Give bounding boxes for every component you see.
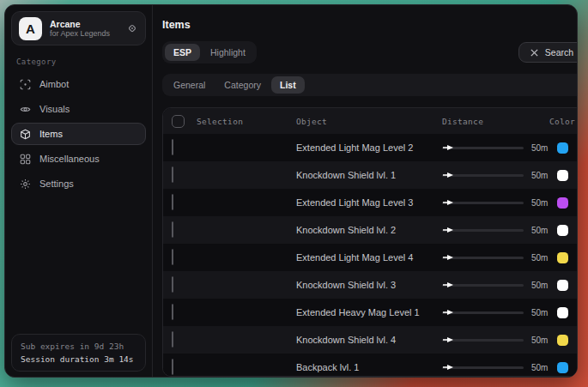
slider-thumb-icon[interactable] bbox=[442, 309, 454, 316]
table-row: Backpack lvl. 1 50m bbox=[163, 354, 578, 377]
sidebar-item-label: Settings bbox=[39, 178, 74, 189]
toolbar: ESPHighlight Search bbox=[162, 41, 578, 63]
slider-thumb-icon[interactable] bbox=[442, 227, 454, 233]
distance-value: 50m bbox=[531, 281, 548, 290]
distance-value: 50m bbox=[531, 308, 548, 317]
close-icon bbox=[530, 48, 539, 57]
column-header-color: Color bbox=[549, 117, 575, 126]
distance-value: 50m bbox=[531, 363, 548, 372]
sidebar-item-settings[interactable]: Settings bbox=[11, 172, 146, 195]
column-header-distance: Distance bbox=[442, 117, 549, 126]
color-swatch[interactable] bbox=[557, 170, 568, 181]
column-header-object: Object bbox=[296, 117, 442, 126]
object-name: Backpack lvl. 1 bbox=[296, 362, 442, 372]
session-duration-text: Session duration 3m 14s bbox=[21, 353, 136, 366]
table-header-row: Selection Object Distance Color bbox=[163, 108, 578, 134]
object-name: Extended Heavy Mag Level 1 bbox=[296, 307, 442, 317]
object-name: Extended Light Mag Level 2 bbox=[296, 142, 442, 153]
slider-thumb-icon[interactable] bbox=[442, 254, 454, 261]
distance-slider[interactable] bbox=[442, 364, 524, 371]
table-row: Extended Light Mag Level 2 50m bbox=[163, 134, 578, 161]
slider-thumb-icon[interactable] bbox=[442, 364, 454, 371]
sidebar-item-items[interactable]: Items bbox=[11, 123, 146, 145]
table-row: Knockdown Shield lvl. 3 50m bbox=[163, 271, 578, 299]
tab-category[interactable]: Category bbox=[215, 76, 270, 94]
color-swatch[interactable] bbox=[557, 307, 568, 318]
mode-tab-group: ESPHighlight bbox=[162, 41, 257, 63]
row-checkbox[interactable] bbox=[172, 194, 173, 210]
table-body: Extended Light Mag Level 2 50m Knockdown… bbox=[163, 134, 578, 377]
distance-value: 50m bbox=[531, 171, 548, 180]
color-swatch[interactable] bbox=[557, 362, 568, 373]
sidebar-nav: Aimbot Visuals Items Miscellaneous Setti… bbox=[11, 73, 146, 195]
slider-thumb-icon[interactable] bbox=[442, 199, 454, 206]
color-swatch[interactable] bbox=[557, 197, 568, 209]
pin-icon[interactable] bbox=[126, 22, 138, 34]
row-checkbox[interactable] bbox=[172, 331, 173, 348]
sidebar-item-miscellaneous[interactable]: Miscellaneous bbox=[11, 148, 146, 170]
object-name: Knockdown Shield lvl. 3 bbox=[296, 280, 442, 290]
row-checkbox[interactable] bbox=[172, 359, 173, 375]
color-swatch[interactable] bbox=[557, 252, 568, 263]
sidebar-item-label: Aimbot bbox=[39, 79, 69, 89]
sidebar-item-label: Items bbox=[39, 129, 63, 139]
color-swatch[interactable] bbox=[557, 335, 568, 346]
box-icon bbox=[20, 129, 31, 140]
distance-value: 50m bbox=[531, 253, 548, 263]
table-row: Knockdown Shield lvl. 4 50m bbox=[163, 326, 578, 354]
session-status-card: Sub expires in 9d 23h Session duration 3… bbox=[11, 334, 146, 372]
sidebar-item-label: Visuals bbox=[39, 104, 70, 114]
row-checkbox[interactable] bbox=[172, 139, 173, 155]
row-checkbox[interactable] bbox=[172, 276, 173, 293]
color-swatch[interactable] bbox=[557, 280, 568, 291]
tab-esp[interactable]: ESP bbox=[165, 44, 200, 61]
object-name: Extended Light Mag Level 3 bbox=[296, 197, 442, 208]
view-tab-group: GeneralCategoryList bbox=[162, 74, 578, 96]
crosshair-icon bbox=[20, 79, 31, 90]
tab-list[interactable]: List bbox=[271, 76, 305, 94]
row-checkbox[interactable] bbox=[172, 221, 173, 238]
color-swatch[interactable] bbox=[557, 225, 568, 236]
row-checkbox[interactable] bbox=[172, 166, 173, 183]
distance-slider[interactable] bbox=[442, 172, 524, 178]
tab-highlight[interactable]: Highlight bbox=[202, 44, 254, 61]
app-subtitle: for Apex Legends bbox=[50, 29, 118, 38]
slider-thumb-icon[interactable] bbox=[442, 144, 454, 151]
table-row: Knockdown Shield lvl. 1 50m bbox=[163, 161, 578, 189]
sub-expires-text: Sub expires in 9d 23h bbox=[21, 340, 136, 353]
search-button[interactable]: Search bbox=[518, 42, 578, 63]
sidebar-item-visuals[interactable]: Visuals bbox=[11, 98, 146, 120]
distance-slider[interactable] bbox=[442, 336, 524, 343]
distance-value: 50m bbox=[531, 143, 548, 153]
slider-thumb-icon[interactable] bbox=[442, 172, 454, 178]
table-row: Knockdown Shield lvl. 2 50m bbox=[163, 216, 578, 244]
gear-icon bbox=[20, 178, 31, 190]
row-checkbox[interactable] bbox=[172, 249, 173, 265]
distance-slider[interactable] bbox=[442, 144, 524, 151]
distance-slider[interactable] bbox=[442, 254, 524, 261]
distance-slider[interactable] bbox=[442, 281, 524, 288]
sidebar: A Arcane for Apex Legends Category Aimbo… bbox=[5, 5, 153, 377]
slider-thumb-icon[interactable] bbox=[442, 336, 454, 343]
distance-slider[interactable] bbox=[442, 199, 524, 206]
distance-slider[interactable] bbox=[442, 309, 524, 316]
slider-thumb-icon[interactable] bbox=[442, 281, 454, 288]
grid-icon bbox=[20, 154, 31, 165]
sidebar-item-aimbot[interactable]: Aimbot bbox=[11, 73, 146, 95]
app-logo-card: A Arcane for Apex Legends bbox=[11, 11, 146, 45]
object-name: Knockdown Shield lvl. 4 bbox=[296, 335, 442, 345]
app-title: Arcane bbox=[50, 19, 118, 29]
row-checkbox[interactable] bbox=[172, 304, 173, 320]
distance-slider[interactable] bbox=[442, 227, 524, 233]
search-button-label: Search bbox=[545, 47, 573, 57]
app-window: A Arcane for Apex Legends Category Aimbo… bbox=[4, 4, 578, 378]
tab-general[interactable]: General bbox=[165, 76, 214, 94]
app-logo: A bbox=[19, 17, 42, 40]
distance-value: 50m bbox=[531, 226, 548, 235]
select-all-checkbox[interactable] bbox=[172, 115, 185, 128]
object-name: Extended Light Mag Level 4 bbox=[296, 252, 442, 263]
table-row: Extended Heavy Mag Level 1 50m bbox=[163, 299, 578, 326]
object-name: Knockdown Shield lvl. 2 bbox=[296, 225, 442, 235]
category-label: Category bbox=[16, 57, 146, 66]
color-swatch[interactable] bbox=[557, 142, 568, 154]
